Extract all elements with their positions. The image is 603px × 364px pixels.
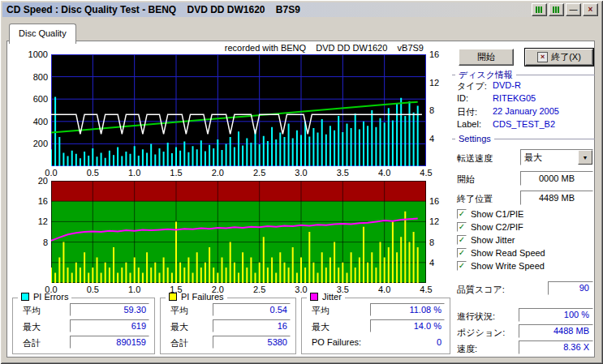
exit-button[interactable]: × 終了(X) bbox=[525, 49, 593, 66]
stat-value: 619 bbox=[70, 319, 149, 332]
stat-label: 平均 bbox=[23, 305, 41, 317]
speed-label: 速度: bbox=[457, 343, 477, 355]
checkbox-show-read-speed[interactable]: ✓Show Read Speed bbox=[457, 247, 545, 259]
checkbox-box[interactable]: ✓ bbox=[457, 209, 467, 219]
tab-page: recorded with BENQ DVD DD DW1620 vB7S9 P… bbox=[6, 41, 595, 358]
titlebar-buttons: — × bbox=[532, 3, 601, 16]
exit-button-label: 終了(X) bbox=[551, 51, 581, 63]
axis-tick: 4.0 bbox=[377, 168, 393, 178]
start-button[interactable]: 開始 bbox=[459, 49, 514, 66]
end-position-field[interactable]: 4489 MB bbox=[520, 191, 593, 205]
stat-label: 合計 bbox=[23, 337, 41, 349]
tab-disc-quality[interactable]: Disc Quality bbox=[9, 24, 76, 44]
axis-tick: 4.0 bbox=[377, 285, 393, 294]
combo-dropdown-button[interactable]: ▼ bbox=[578, 150, 592, 165]
checkbox-label: Show Read Speed bbox=[471, 248, 545, 258]
disc-info-header: ディスク情報 bbox=[452, 69, 595, 81]
chevron-down-icon: ▼ bbox=[583, 155, 588, 161]
axis-tick: 3.5 bbox=[334, 168, 351, 178]
minimize-button[interactable]: — bbox=[566, 3, 581, 16]
checkbox-label: Show Write Speed bbox=[471, 261, 545, 271]
end-position-label: 終了位置 bbox=[457, 193, 493, 205]
stat-label: 合計 bbox=[170, 337, 188, 349]
stat-label: 最大 bbox=[312, 321, 329, 333]
speed-value: 8.36 X bbox=[519, 340, 593, 354]
axis-tick: 3.0 bbox=[293, 168, 309, 178]
checkbox-label: Show Jitter bbox=[471, 235, 515, 245]
row-value: RITEKG05 bbox=[493, 93, 536, 103]
axis-tick: 12 bbox=[429, 216, 447, 226]
minimize-icon: — bbox=[570, 6, 578, 14]
progress-label: 進行状況: bbox=[457, 310, 495, 323]
start-position-field[interactable]: 0000 MB bbox=[520, 171, 593, 186]
tab-label: Disc Quality bbox=[19, 28, 67, 38]
axis-tick: 200 bbox=[20, 139, 48, 148]
axis-tick: 2.0 bbox=[209, 168, 226, 178]
axis-tick: 0.0 bbox=[43, 285, 59, 294]
disc-info-row-id: ID:RITEKG05 bbox=[457, 93, 595, 105]
axis-tick: 12 bbox=[429, 78, 447, 88]
check-icon: ✓ bbox=[459, 223, 465, 231]
axis-tick: 4 bbox=[429, 134, 447, 143]
settings-header-label: Settings bbox=[459, 134, 491, 143]
jitter-stats-group: Jitter 平均11.08 % 最大14.0 % PO Failures:0 bbox=[301, 298, 450, 354]
row-label: ID: bbox=[457, 93, 468, 103]
pi-errors-swatch bbox=[21, 293, 29, 301]
app-window: CD Speed : Disc Quality Test - BENQ DVD … bbox=[0, 0, 603, 364]
titlebar[interactable]: CD Speed : Disc Quality Test - BENQ DVD … bbox=[2, 2, 601, 17]
titlebar-green-icon-1[interactable] bbox=[532, 3, 547, 16]
checkbox-box[interactable]: ✓ bbox=[457, 235, 467, 245]
axis-tick: 4.5 bbox=[418, 168, 434, 178]
row-label: 日付: bbox=[457, 106, 477, 118]
axis-tick: 3.0 bbox=[293, 285, 309, 294]
exit-icon: × bbox=[537, 52, 548, 62]
settings-header: Settings bbox=[452, 134, 595, 143]
checkbox-show-write-speed[interactable]: ✓Show Write Speed bbox=[457, 260, 545, 272]
transfer-speed-value: 最大 bbox=[521, 150, 578, 165]
titlebar-green-icon-2[interactable] bbox=[549, 3, 564, 16]
axis-tick: 400 bbox=[20, 117, 48, 126]
stat-value: 14.0 % bbox=[370, 319, 445, 332]
stat-value: 0.54 bbox=[213, 303, 291, 316]
pi-errors-stats-group: PI Errors 平均59.30 最大619 合計890159 bbox=[12, 298, 155, 354]
axis-tick: 4.5 bbox=[418, 285, 434, 294]
axis-tick: 1000 bbox=[20, 49, 48, 59]
axis-tick: 12 bbox=[20, 216, 48, 226]
axis-tick: 2.0 bbox=[209, 285, 226, 294]
position-label: ポジション: bbox=[457, 327, 505, 339]
stat-value: 11.08 % bbox=[370, 303, 445, 316]
axis-tick: 1.0 bbox=[127, 285, 143, 294]
stat-value: 890159 bbox=[70, 336, 149, 349]
axis-tick: 2.5 bbox=[252, 285, 268, 294]
quality-score-value: 90 bbox=[548, 281, 593, 295]
pi-failures-jitter-chart bbox=[51, 181, 426, 283]
checkbox-box[interactable]: ✓ bbox=[457, 248, 467, 258]
transfer-speed-select[interactable]: 最大 ▼ bbox=[520, 149, 593, 165]
axis-tick: 8 bbox=[20, 238, 48, 247]
checkbox-box[interactable]: ✓ bbox=[457, 261, 467, 271]
start-position-label: 開始 bbox=[457, 173, 475, 186]
axis-tick: 20 bbox=[20, 176, 48, 186]
axis-tick: 1.5 bbox=[168, 168, 184, 178]
close-button[interactable]: × bbox=[583, 3, 598, 16]
axis-tick: 0.5 bbox=[84, 285, 101, 294]
quality-score-label: 品質スコア: bbox=[457, 284, 505, 296]
axis-tick: 8 bbox=[429, 105, 447, 115]
stat-label: 最大 bbox=[170, 321, 188, 333]
pie-speed-chart bbox=[51, 54, 426, 166]
disc-info-header-label: ディスク情報 bbox=[459, 69, 513, 81]
checkbox-show-c2-pif[interactable]: ✓Show C2/PIF bbox=[457, 221, 523, 233]
stat-value: 0 bbox=[437, 337, 441, 347]
green-bars-icon bbox=[536, 6, 543, 13]
checkbox-box[interactable]: ✓ bbox=[457, 222, 467, 232]
checkbox-show-c1-pie[interactable]: ✓Show C1/PIE bbox=[457, 208, 523, 220]
stat-value: 5380 bbox=[213, 336, 291, 349]
stat-label: PO Failures: bbox=[312, 337, 361, 347]
stat-value: 59.30 bbox=[70, 303, 149, 316]
window-title: CD Speed : Disc Quality Test - BENQ DVD … bbox=[6, 4, 300, 15]
axis-tick: 3.5 bbox=[334, 285, 351, 294]
axis-tick: 2.5 bbox=[252, 168, 268, 178]
checkbox-show-jitter[interactable]: ✓Show Jitter bbox=[457, 234, 515, 246]
stat-label: 最大 bbox=[23, 321, 41, 333]
row-value: CDS_TEST_B2 bbox=[493, 119, 555, 129]
